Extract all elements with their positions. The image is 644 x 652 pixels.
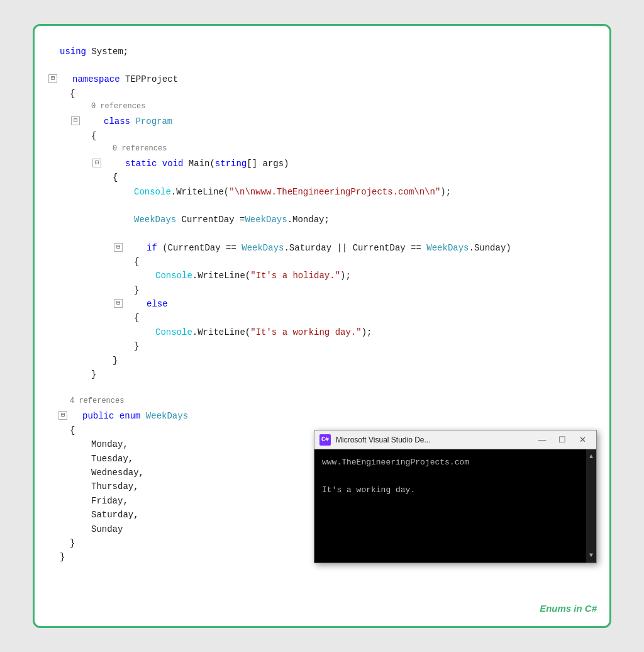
ns-brace-open: { xyxy=(47,87,591,101)
ref-enum: 4 references xyxy=(47,395,591,409)
collapse-class[interactable]: ⊟ xyxy=(71,116,80,125)
console-maximize-button[interactable]: ☐ xyxy=(553,433,571,447)
else-brace-close: } xyxy=(47,339,591,353)
code-line-main: ⊟ static void Main(string[] args) xyxy=(47,157,591,171)
code-line-enum: ⊟ public enum WeekDays xyxy=(47,409,591,423)
collapse-if[interactable]: ⊟ xyxy=(114,243,123,252)
console-close-button[interactable]: ✕ xyxy=(574,433,591,447)
blank-line3 xyxy=(47,227,591,241)
code-line-weekdays: WeekDays CurrentDay = WeekDays.Monday; xyxy=(47,213,591,227)
code-line-holiday: Console.WriteLine("It's a holiday."); xyxy=(47,269,591,283)
console-minimize-button[interactable]: — xyxy=(533,433,551,447)
console-title: Microsoft Visual Studio De... xyxy=(336,436,528,444)
console-output-line2 xyxy=(322,469,589,483)
console-output: www.TheEngineeringProjects.com It's a wo… xyxy=(314,449,596,563)
code-line-class: ⊟ class Program xyxy=(47,115,591,128)
console-output-line1: www.TheEngineeringProjects.com xyxy=(322,456,589,469)
code-line-writeline1: Console.WriteLine("\n\nwww.TheEngineerin… xyxy=(47,185,591,199)
main-brace-close: } xyxy=(47,354,591,368)
code-line-namespace: ⊟ namespace TEPProject xyxy=(47,72,591,86)
if-brace-open: { xyxy=(47,255,591,269)
code-line-using: using System; xyxy=(47,45,591,59)
if-brace-close: } xyxy=(47,283,591,297)
collapse-main[interactable]: ⊟ xyxy=(92,159,101,167)
code-line-if: ⊟ if (CurrentDay == WeekDays.Saturday ||… xyxy=(47,241,591,255)
watermark: Enums in C# xyxy=(540,603,597,614)
main-brace-open: { xyxy=(47,171,591,184)
scroll-down-arrow[interactable]: ▼ xyxy=(587,548,595,563)
console-titlebar: C# Microsoft Visual Studio De... — ☐ ✕ xyxy=(314,430,596,449)
blank-line2 xyxy=(47,199,591,213)
collapse-else[interactable]: ⊟ xyxy=(114,299,123,308)
console-scrollbar[interactable]: ▲ ▼ xyxy=(586,449,596,563)
main-card: using System; ⊟ namespace TEPProject { 0… xyxy=(33,24,611,628)
class-brace-close: } xyxy=(47,368,591,381)
console-window: C# Microsoft Visual Studio De... — ☐ ✕ w… xyxy=(314,430,597,563)
else-brace-open: { xyxy=(47,311,591,325)
kw-using: using xyxy=(60,45,86,59)
console-output-line3: It's a working day. xyxy=(322,483,589,497)
ref-main: 0 references xyxy=(47,143,591,157)
code-line-else: ⊟ else xyxy=(47,297,591,311)
class-brace-open: { xyxy=(47,129,591,143)
ref-class: 0 references xyxy=(47,101,591,115)
console-app-icon: C# xyxy=(319,434,331,446)
scroll-up-arrow[interactable]: ▲ xyxy=(587,449,595,464)
code-line-workday: Console.WriteLine("It's a working day.")… xyxy=(47,325,591,339)
console-window-controls: — ☐ ✕ xyxy=(533,433,591,447)
collapse-enum[interactable]: ⊟ xyxy=(58,411,67,420)
blank-line4 xyxy=(47,381,591,395)
collapse-namespace[interactable]: ⊟ xyxy=(48,74,57,83)
blank-line xyxy=(47,59,591,72)
